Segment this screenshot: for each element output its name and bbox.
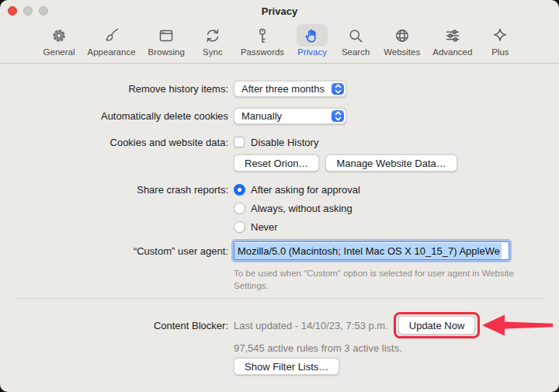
section-divider [16,298,545,299]
tab-advanced[interactable]: Advanced [429,24,476,57]
tab-label: Privacy [297,47,327,57]
tab-label: Advanced [432,47,472,57]
disable-history-checkbox[interactable] [234,137,245,147]
crash-option-always[interactable]: Always, without asking [234,202,360,214]
tab-label: Sync [203,47,223,57]
gear-icon [50,26,68,45]
popup-stepper-icon [332,83,344,95]
annotation-highlight-box: Update Now [394,312,481,338]
key-icon [253,26,272,45]
content-blocker-label: Content Blocker: [0,320,228,331]
window-title: Privacy [262,5,297,17]
tab-label: General [43,47,75,57]
radio-selected[interactable] [234,184,245,196]
privacy-pane: Remove history items: After three months… [0,64,559,375]
radio[interactable] [234,221,245,233]
tab-label: Browsing [148,47,185,57]
update-now-button[interactable]: Update Now [398,316,476,335]
sliders-icon [443,26,462,45]
hand-icon [303,26,321,45]
close-window-button[interactable] [8,6,17,16]
sparkle-icon [491,26,509,45]
popup-stepper-icon [332,110,344,122]
selected-text: Mozilla/5.0 (Macintosh; Intel Mac OS X 1… [234,243,502,259]
preferences-toolbar: General Appearance Browsing [0,22,559,64]
tab-label: Passwords [241,47,284,57]
crash-option-after-asking[interactable]: After asking for approval [234,183,360,196]
radio[interactable] [234,203,245,214]
zoom-window-button[interactable] [39,6,48,16]
show-filter-lists-button[interactable]: Show Filter Lists… [234,358,339,375]
tab-general[interactable]: General [40,24,79,57]
magnifier-icon [346,26,365,45]
tab-search[interactable]: Search [336,24,375,57]
manage-website-data-button[interactable]: Manage Website Data… [325,154,457,172]
globe-icon [393,26,411,45]
remove-history-label: Remove history items: [0,83,228,95]
popup-value: Manually [241,110,282,122]
title-bar: Privacy [0,0,559,22]
website-data-label: Cookies and website data: [0,137,228,148]
custom-user-agent-field[interactable]: Mozilla/5.0 (Macintosh; Intel Mac OS X 1… [234,241,509,260]
paintbrush-icon [102,26,121,45]
tab-label: Plus [491,47,509,57]
crash-option-never[interactable]: Never [234,220,360,233]
tab-passwords[interactable]: Passwords [237,24,288,57]
delete-cookies-popup[interactable]: Manually [234,108,346,124]
sync-arrows-icon [203,26,222,45]
tab-label: Appearance [88,47,136,57]
crash-reports-label: Share crash reports: [0,183,228,196]
last-updated-text: Last updated - 14/10/23, 7:53 p.m. [234,320,388,331]
tab-browsing[interactable]: Browsing [144,24,189,57]
user-agent-help-text: To be used when "Custom" option is selec… [234,267,529,292]
popup-value: After three months [241,83,325,95]
browser-window-icon [157,26,175,45]
tab-plus[interactable]: Plus [481,24,519,57]
minimize-window-button[interactable] [23,6,33,16]
delete-cookies-label: Automatically delete cookies [0,110,228,122]
tab-label: Search [342,47,370,57]
custom-user-agent-label: “Custom” user agent: [0,245,228,257]
tab-websites[interactable]: Websites [380,24,424,57]
reset-orion-button[interactable]: Reset Orion… [234,154,319,172]
tab-appearance[interactable]: Appearance [84,24,140,57]
remove-history-popup[interactable]: After three months [234,81,346,97]
active-rules-text: 97,545 active rules from 3 active lists. [234,342,402,354]
preferences-window: Privacy General Appearance [0,0,559,392]
tab-label: Websites [384,47,420,57]
disable-history-label: Disable History [251,137,318,148]
tab-sync[interactable]: Sync [193,24,232,57]
annotation-arrow-icon [481,311,554,339]
tab-privacy[interactable]: Privacy [293,24,332,57]
